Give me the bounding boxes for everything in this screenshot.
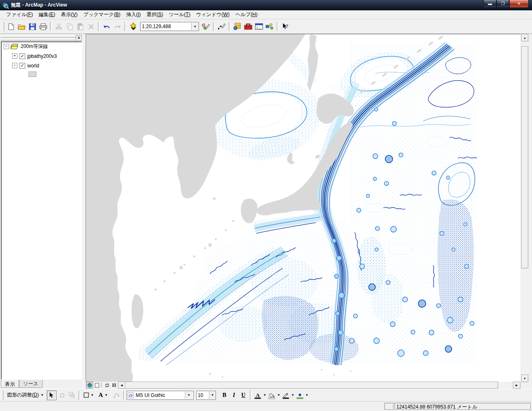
layer-checkbox[interactable]: ✓: [19, 53, 25, 59]
scroll-down-button[interactable]: ▼: [521, 375, 528, 382]
line-color-button[interactable]: ▼: [282, 392, 295, 399]
toc-close-button[interactable]: x: [76, 35, 82, 41]
map-vertical-scrollbar[interactable]: ▲ ▼: [521, 34, 528, 382]
layer-label[interactable]: world: [27, 63, 39, 69]
help-button[interactable]: ?: [280, 22, 290, 31]
marker-color-icon: [296, 392, 304, 399]
layer-label[interactable]: jpbathy200v3: [27, 53, 57, 59]
arccatalog-button[interactable]: [232, 22, 242, 31]
font-name-input[interactable]: [134, 392, 185, 399]
chevron-down-icon: ▼: [194, 25, 197, 29]
zoom-selected-icon: [69, 392, 75, 398]
menu-insert[interactable]: 挿入(I): [123, 10, 144, 19]
map-scale-dropdown-button[interactable]: ▼: [191, 23, 199, 30]
data-view-icon: [87, 383, 92, 388]
toolbar-separator: [213, 22, 215, 31]
new-document-button[interactable]: [6, 22, 16, 31]
data-view-button[interactable]: [86, 382, 93, 389]
python-window-button[interactable]: [254, 22, 264, 31]
arccatalog-icon: [233, 23, 242, 30]
map-canvas[interactable]: [86, 34, 520, 382]
modelbuilder-button[interactable]: [265, 22, 275, 31]
layout-view-button[interactable]: [94, 382, 100, 388]
open-folder-icon: [18, 23, 26, 30]
toolbar-grip[interactable]: [2, 22, 4, 31]
status-bar: 12414524.88 6079953.871 メートル: [0, 401, 532, 411]
close-button[interactable]: ✕: [509, 0, 529, 8]
tab-display[interactable]: 表示: [1, 380, 19, 388]
zoom-to-selected-tool[interactable]: [67, 391, 77, 400]
toc-header[interactable]: x: [0, 35, 83, 41]
map-viewport: ▲ ▼ ◀ ▶: [86, 34, 532, 389]
drawing-menu-button[interactable]: 図形の調整(D) ▼: [5, 390, 46, 400]
undo-button[interactable]: [102, 22, 112, 31]
layer-symbol-swatch[interactable]: [29, 72, 36, 77]
editor-toolbar-button[interactable]: [201, 22, 211, 31]
font-color-button[interactable]: A ▼: [254, 392, 266, 399]
layer-checkbox[interactable]: ✓: [19, 63, 25, 69]
refresh-view-button[interactable]: [104, 382, 110, 388]
select-elements-tool[interactable]: [47, 390, 57, 400]
text-tool[interactable]: A ▼: [97, 391, 111, 400]
copy-button[interactable]: [65, 22, 74, 31]
cut-button[interactable]: [54, 22, 64, 31]
tab-source[interactable]: ソース: [19, 380, 43, 388]
font-dropdown-button[interactable]: ▼: [185, 392, 192, 399]
menu-selection[interactable]: 選択(S): [144, 10, 166, 19]
menu-file[interactable]: ファイル(F): [3, 10, 36, 19]
expand-icon[interactable]: +: [12, 53, 17, 59]
chevron-down-icon: ▼: [211, 393, 214, 397]
print-icon: [39, 23, 47, 30]
redo-button[interactable]: [113, 22, 122, 31]
open-button[interactable]: [17, 22, 26, 31]
paste-button[interactable]: [75, 22, 85, 31]
add-data-button[interactable]: [128, 22, 138, 31]
pause-drawing-button[interactable]: [111, 382, 117, 388]
menu-help[interactable]: ヘルプ(H): [232, 10, 261, 19]
print-button[interactable]: [38, 22, 48, 31]
map-horizontal-scrollbar[interactable]: ◀ ▶: [118, 382, 520, 389]
table-of-contents-panel: x − 200m等深線 + ✓ jpbathy200v3 − ✓ world 表…: [0, 34, 83, 389]
collapse-icon[interactable]: −: [12, 63, 17, 68]
scroll-right-button[interactable]: ▶: [513, 382, 520, 389]
font-size-dropdown-button[interactable]: ▼: [209, 392, 216, 399]
redo-icon: [114, 23, 121, 30]
toc-data-frame-row[interactable]: − 200m等深線: [1, 42, 81, 51]
status-cell: [384, 403, 393, 410]
bold-button[interactable]: B: [220, 391, 229, 399]
menu-bookmarks[interactable]: ブックマーク(B): [81, 10, 123, 19]
delete-button[interactable]: [86, 22, 96, 31]
marker-color-button[interactable]: ▼: [296, 392, 309, 399]
toc-layer-row[interactable]: − ✓ world: [1, 61, 81, 70]
scroll-up-button[interactable]: ▲: [521, 34, 528, 41]
menu-tools[interactable]: ツール(T): [166, 10, 193, 19]
horizontal-scroll-thumb[interactable]: [125, 382, 498, 389]
menu-edit[interactable]: 編集(E): [36, 10, 58, 19]
font-size-input[interactable]: [197, 392, 209, 399]
shape-tool[interactable]: ▼: [82, 391, 96, 400]
vertical-scroll-thumb[interactable]: [521, 46, 528, 268]
restore-button[interactable]: ❐: [496, 0, 509, 8]
arctoolbox-button[interactable]: [243, 22, 253, 31]
edit-sketch-button[interactable]: [217, 22, 227, 31]
underline-button[interactable]: U: [239, 391, 248, 399]
menu-window[interactable]: ウィンドウ(W): [193, 10, 232, 19]
scroll-left-button[interactable]: ◀: [118, 382, 125, 389]
toc-layer-row[interactable]: + ✓ jpbathy200v3: [1, 51, 81, 61]
edit-vertices-tool[interactable]: [112, 391, 121, 400]
font-color-icon: A: [254, 392, 261, 399]
minimize-button[interactable]: ▬: [484, 0, 496, 8]
chevron-down-icon: ▼: [41, 393, 44, 397]
refresh-icon: [105, 383, 110, 388]
toolbar-grip[interactable]: [1, 390, 3, 400]
pause-icon: [112, 383, 116, 387]
data-frame-label[interactable]: 200m等深線: [21, 43, 48, 50]
map-scale-input[interactable]: [141, 23, 191, 30]
italic-button[interactable]: I: [230, 391, 238, 399]
rotate-tool[interactable]: [58, 391, 67, 400]
save-button[interactable]: [27, 22, 37, 31]
fill-color-button[interactable]: ▼: [268, 392, 280, 399]
font-size-combobox: ▼: [196, 391, 216, 400]
collapse-icon[interactable]: −: [4, 44, 9, 49]
menu-view[interactable]: 表示(V): [58, 10, 80, 19]
